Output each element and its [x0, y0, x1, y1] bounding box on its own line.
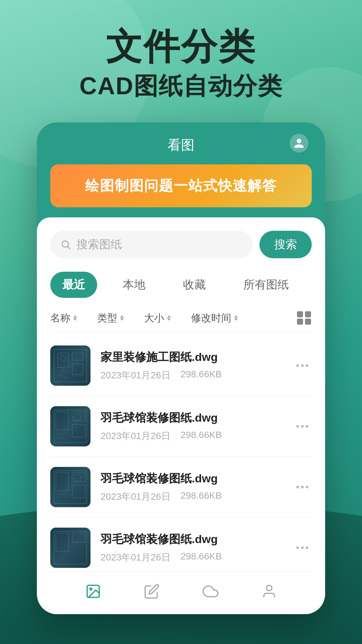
- phone-mockup: 看图 绘图制图问题一站式快速解答 搜索图纸 搜索 最近 本地: [37, 122, 325, 614]
- page-main-title: 文件分类: [0, 27, 362, 67]
- cloud-icon: [201, 582, 220, 601]
- svg-point-0: [62, 241, 68, 247]
- svg-rect-24: [56, 533, 69, 551]
- more-options-button[interactable]: [293, 361, 312, 370]
- svg-rect-10: [54, 410, 86, 442]
- svg-rect-18: [56, 473, 69, 491]
- file-name: 羽毛球馆装修图纸.dwg: [101, 532, 283, 547]
- file-item[interactable]: 羽毛球馆装修图纸.dwg 2023年01月26日 298.66KB: [50, 518, 312, 572]
- svg-rect-13: [72, 424, 85, 437]
- sort-name[interactable]: 名称: [50, 311, 77, 325]
- search-button[interactable]: 搜索: [259, 231, 312, 258]
- file-size: 298.66KB: [181, 430, 222, 442]
- file-name: 羽毛球馆装修图纸.dwg: [101, 471, 283, 486]
- bottom-nav: [50, 572, 312, 614]
- file-item[interactable]: 家里装修施工图纸.dwg 2023年01月26日 298.66KB: [50, 335, 312, 396]
- svg-rect-23: [54, 531, 86, 564]
- nav-edit[interactable]: [142, 582, 161, 601]
- file-item[interactable]: 羽毛球馆装修图纸.dwg 2023年01月26日 298.66KB: [50, 396, 312, 457]
- svg-rect-20: [72, 485, 85, 498]
- edit-icon: [142, 582, 161, 601]
- nav-gallery[interactable]: [84, 582, 103, 601]
- svg-rect-4: [72, 353, 83, 360]
- svg-point-22: [74, 474, 81, 482]
- nav-profile[interactable]: [260, 582, 279, 601]
- tab-favorite[interactable]: 收藏: [171, 272, 218, 298]
- file-info: 羽毛球馆装修图纸.dwg 2023年01月26日 298.66KB: [101, 532, 283, 564]
- svg-point-9: [60, 356, 66, 361]
- promo-banner[interactable]: 绘图制图问题一站式快速解答: [50, 164, 312, 207]
- app-header: 看图: [37, 122, 325, 164]
- file-size: 298.66KB: [181, 551, 222, 564]
- content-area: 搜索图纸 搜索 最近 本地 收藏 所有图纸 名称 类型 大小: [37, 217, 325, 614]
- svg-rect-2: [54, 349, 86, 382]
- tab-local[interactable]: 本地: [111, 272, 158, 298]
- search-icon: [60, 239, 71, 250]
- profile-icon: [260, 582, 279, 601]
- svg-rect-11: [56, 412, 69, 430]
- svg-line-1: [68, 247, 70, 249]
- file-date: 2023年01月26日: [101, 551, 171, 564]
- view-toggle[interactable]: [297, 311, 312, 325]
- gallery-icon: [84, 582, 103, 601]
- file-date: 2023年01月26日: [101, 369, 171, 382]
- sort-size[interactable]: 大小: [144, 311, 171, 325]
- file-list: 家里装修施工图纸.dwg 2023年01月26日 298.66KB: [50, 335, 312, 572]
- search-placeholder-text: 搜索图纸: [76, 237, 122, 252]
- svg-line-16: [56, 437, 69, 441]
- file-meta: 2023年01月26日 298.66KB: [101, 490, 283, 503]
- svg-line-8: [58, 375, 68, 378]
- sort-bar: 名称 类型 大小 修改时间: [50, 311, 312, 332]
- file-size: 298.66KB: [181, 490, 222, 503]
- tab-recent[interactable]: 最近: [50, 272, 97, 298]
- tab-all[interactable]: 所有图纸: [231, 272, 301, 298]
- banner-text: 绘图制图问题一站式快速解答: [85, 178, 277, 194]
- user-profile-icon[interactable]: [290, 134, 308, 153]
- more-options-button[interactable]: [293, 482, 312, 492]
- sort-type[interactable]: 类型: [97, 311, 124, 325]
- file-date: 2023年01月26日: [101, 490, 171, 503]
- svg-rect-3: [58, 353, 68, 367]
- svg-point-27: [90, 588, 92, 590]
- svg-rect-25: [72, 533, 85, 542]
- file-name: 家里装修施工图纸.dwg: [101, 350, 283, 365]
- file-thumbnail: [50, 467, 90, 507]
- more-options-button[interactable]: [293, 422, 312, 431]
- file-item[interactable]: 羽毛球馆装修图纸.dwg 2023年01月26日 298.66KB: [50, 457, 312, 518]
- more-options-button[interactable]: [293, 543, 312, 552]
- file-thumbnail: [50, 528, 90, 568]
- svg-rect-17: [54, 471, 86, 503]
- file-date: 2023年01月26日: [101, 430, 171, 442]
- file-info: 羽毛球馆装修图纸.dwg 2023年01月26日 298.66KB: [101, 471, 283, 503]
- file-thumbnail: [50, 345, 90, 386]
- search-input-wrapper[interactable]: 搜索图纸: [50, 231, 253, 258]
- file-info: 羽毛球馆装修图纸.dwg 2023年01月26日 298.66KB: [101, 410, 283, 442]
- svg-point-15: [74, 414, 81, 421]
- file-size: 298.66KB: [181, 369, 222, 382]
- svg-point-28: [266, 585, 272, 591]
- svg-rect-5: [72, 364, 83, 374]
- file-name: 羽毛球馆装修图纸.dwg: [101, 410, 283, 426]
- app-title: 看图: [168, 136, 194, 154]
- file-meta: 2023年01月26日 298.66KB: [101, 430, 283, 442]
- file-meta: 2023年01月26日 298.66KB: [101, 551, 283, 564]
- file-meta: 2023年01月26日 298.66KB: [101, 369, 283, 382]
- search-bar: 搜索图纸 搜索: [50, 231, 312, 258]
- file-info: 家里装修施工图纸.dwg 2023年01月26日 298.66KB: [101, 350, 283, 382]
- page-sub-title: CAD图纸自动分类: [0, 70, 362, 102]
- nav-cloud[interactable]: [201, 582, 220, 601]
- tab-bar: 最近 本地 收藏 所有图纸: [50, 272, 312, 298]
- file-thumbnail: [50, 406, 90, 446]
- sort-modified[interactable]: 修改时间: [191, 311, 238, 325]
